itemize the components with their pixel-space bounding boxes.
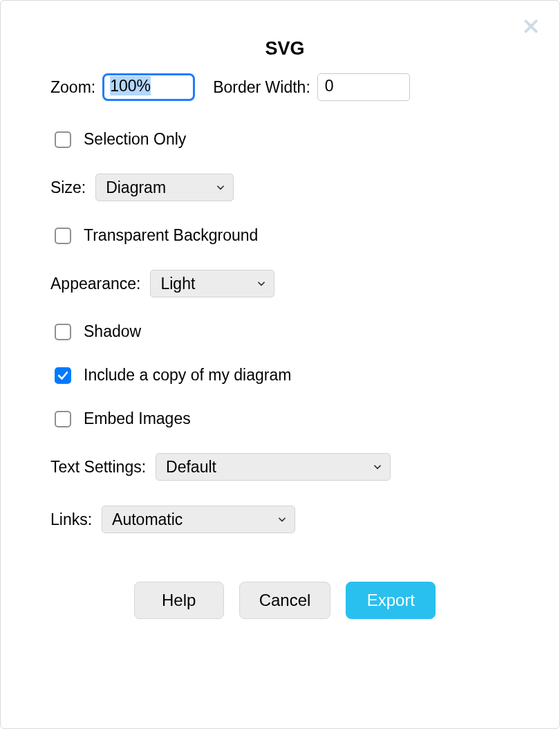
zoom-value: 100% xyxy=(110,76,151,95)
size-row: Size: Diagram xyxy=(50,174,519,201)
shadow-label: Shadow xyxy=(84,322,141,341)
export-dialog: SVG Zoom: 100% Border Width: 0 Selection… xyxy=(0,0,560,729)
embed-images-label: Embed Images xyxy=(84,409,191,428)
chevron-down-icon xyxy=(215,182,226,193)
close-icon[interactable] xyxy=(521,16,541,37)
embed-images-row: Embed Images xyxy=(50,409,519,428)
text-settings-row: Text Settings: Default xyxy=(50,453,519,481)
links-select[interactable]: Automatic xyxy=(102,506,295,533)
dialog-footer: Help Cancel Export xyxy=(50,582,519,619)
text-settings-label: Text Settings: xyxy=(50,458,146,477)
include-copy-label: Include a copy of my diagram xyxy=(84,366,291,385)
links-row: Links: Automatic xyxy=(50,506,519,533)
embed-images-checkbox[interactable] xyxy=(55,411,71,427)
include-copy-row: Include a copy of my diagram xyxy=(50,366,519,385)
chevron-down-icon xyxy=(372,461,383,472)
appearance-select[interactable]: Light xyxy=(150,270,274,297)
links-label: Links: xyxy=(50,510,92,529)
size-select[interactable]: Diagram xyxy=(95,174,234,201)
transparent-bg-row: Transparent Background xyxy=(50,226,519,245)
appearance-row: Appearance: Light xyxy=(50,270,519,297)
transparent-bg-checkbox[interactable] xyxy=(55,228,71,244)
export-button[interactable]: Export xyxy=(346,582,436,619)
text-settings-select[interactable]: Default xyxy=(156,453,391,481)
shadow-checkbox[interactable] xyxy=(55,324,71,340)
dialog-title: SVG xyxy=(50,38,519,59)
border-width-label: Border Width: xyxy=(213,78,310,97)
zoom-label: Zoom: xyxy=(50,78,95,97)
border-width-value: 0 xyxy=(325,77,334,95)
size-label: Size: xyxy=(50,178,86,197)
selection-only-checkbox[interactable] xyxy=(55,131,71,148)
chevron-down-icon xyxy=(277,514,288,525)
zoom-border-row: Zoom: 100% Border Width: 0 xyxy=(50,73,519,101)
transparent-bg-label: Transparent Background xyxy=(84,226,258,245)
selection-only-label: Selection Only xyxy=(84,130,186,149)
selection-only-row: Selection Only xyxy=(50,130,519,149)
cancel-button[interactable]: Cancel xyxy=(239,582,331,619)
appearance-label: Appearance: xyxy=(50,275,140,293)
help-button[interactable]: Help xyxy=(134,582,224,619)
size-value: Diagram xyxy=(106,178,166,197)
border-width-input[interactable]: 0 xyxy=(317,73,410,101)
include-copy-checkbox[interactable] xyxy=(55,367,71,384)
appearance-value: Light xyxy=(160,275,195,293)
zoom-input[interactable]: 100% xyxy=(102,73,195,101)
chevron-down-icon xyxy=(256,278,267,289)
text-settings-value: Default xyxy=(166,458,216,477)
links-value: Automatic xyxy=(112,510,183,529)
shadow-row: Shadow xyxy=(50,322,519,341)
